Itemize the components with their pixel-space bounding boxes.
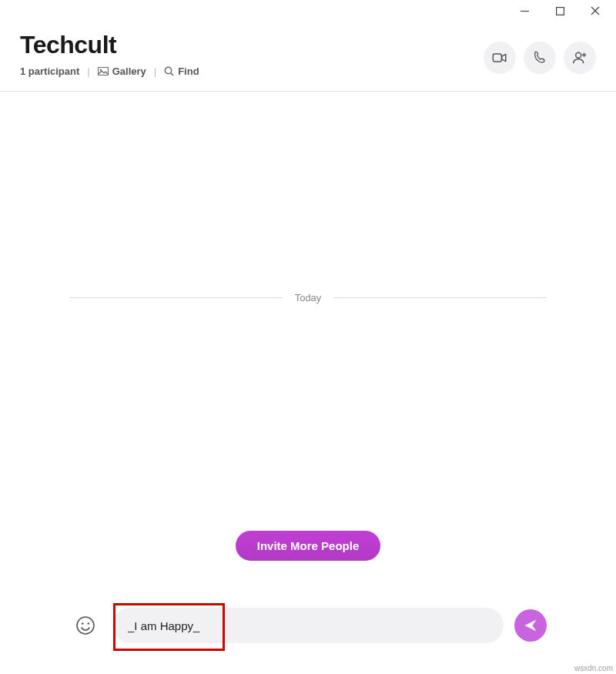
svg-point-9 bbox=[576, 52, 581, 58]
divider-line bbox=[69, 297, 283, 298]
message-input[interactable] bbox=[128, 619, 488, 632]
invite-wrap: Invite More People bbox=[0, 531, 616, 561]
chat-header-actions bbox=[484, 42, 596, 74]
add-people-icon bbox=[571, 49, 588, 66]
minimize-icon bbox=[521, 7, 529, 15]
emoji-icon bbox=[75, 615, 95, 635]
window-titlebar bbox=[0, 0, 616, 22]
chat-header-left: Techcult 1 participant | Gallery | Find bbox=[20, 31, 199, 77]
invite-more-people-button[interactable]: Invite More People bbox=[236, 531, 381, 561]
audio-call-button[interactable] bbox=[524, 42, 556, 74]
send-button[interactable] bbox=[514, 609, 547, 642]
video-icon bbox=[491, 49, 508, 66]
gallery-link[interactable]: Gallery bbox=[98, 65, 146, 77]
maximize-button[interactable] bbox=[542, 0, 578, 22]
find-link[interactable]: Find bbox=[164, 65, 199, 77]
divider-line bbox=[333, 297, 547, 298]
message-composer[interactable] bbox=[112, 608, 504, 643]
svg-rect-1 bbox=[556, 7, 564, 15]
svg-point-12 bbox=[77, 617, 94, 634]
divider: | bbox=[154, 65, 156, 77]
composer-row bbox=[69, 608, 547, 643]
send-icon bbox=[523, 618, 538, 633]
search-icon bbox=[164, 66, 174, 76]
svg-point-14 bbox=[88, 622, 90, 625]
gallery-label: Gallery bbox=[112, 65, 146, 77]
date-label: Today bbox=[295, 292, 322, 303]
video-call-button[interactable] bbox=[484, 42, 516, 74]
minimize-button[interactable] bbox=[507, 0, 542, 22]
gallery-icon bbox=[98, 67, 109, 76]
emoji-button[interactable] bbox=[69, 609, 102, 642]
participants-link[interactable]: 1 participant bbox=[20, 65, 79, 77]
svg-rect-8 bbox=[493, 54, 501, 62]
call-icon bbox=[532, 50, 547, 65]
svg-point-13 bbox=[82, 622, 84, 625]
close-icon bbox=[591, 6, 600, 15]
svg-point-6 bbox=[165, 67, 171, 73]
close-button[interactable] bbox=[578, 0, 613, 22]
chat-subheader: 1 participant | Gallery | Find bbox=[20, 65, 199, 77]
conversation-area: Today Invite More People bbox=[0, 92, 616, 569]
svg-rect-4 bbox=[98, 67, 108, 75]
maximize-icon bbox=[556, 7, 564, 15]
svg-line-7 bbox=[171, 73, 173, 75]
divider: | bbox=[87, 65, 89, 77]
chat-header: Techcult 1 participant | Gallery | Find bbox=[0, 22, 616, 92]
find-label: Find bbox=[178, 65, 199, 77]
chat-title[interactable]: Techcult bbox=[20, 31, 199, 59]
watermark: wsxdn.com bbox=[574, 664, 613, 672]
add-people-button[interactable] bbox=[564, 42, 596, 74]
date-divider: Today bbox=[69, 292, 547, 303]
